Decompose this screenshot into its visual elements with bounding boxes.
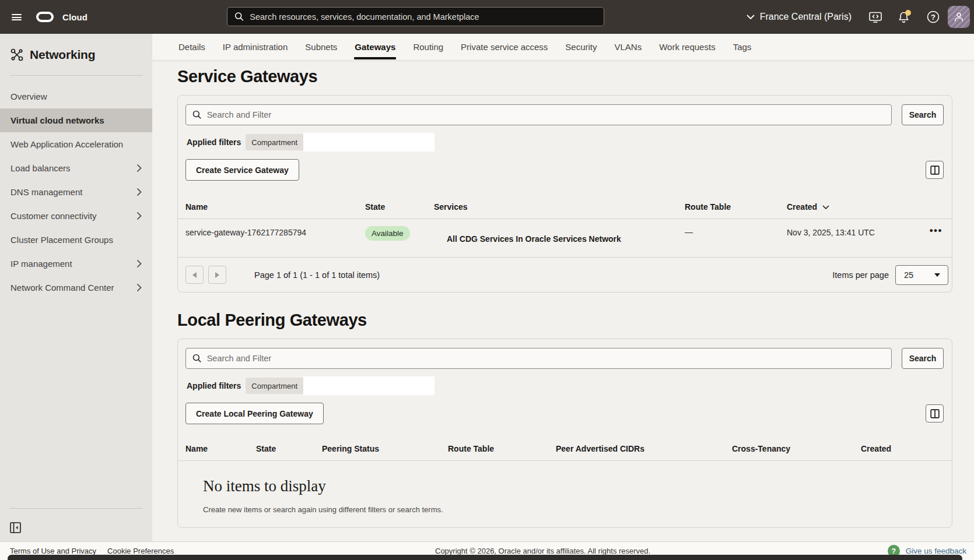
oracle-logo-icon[interactable]: [36, 12, 54, 22]
user-avatar[interactable]: [948, 6, 970, 28]
sidebar-item-load-balancers[interactable]: Load balancers: [0, 156, 152, 180]
empty-state-subtitle: Create new items or search again using d…: [203, 505, 952, 514]
status-badge: Available: [365, 226, 410, 241]
copyright: Copyright © 2026, Oracle and/or its affi…: [435, 547, 650, 555]
columns-icon: [930, 165, 940, 175]
table-row[interactable]: service-gateway-1762177285794 Available …: [178, 219, 952, 258]
global-search-input[interactable]: [250, 12, 597, 22]
lpg-col-peering-status[interactable]: Peering Status: [322, 444, 448, 453]
cookie-preferences-link[interactable]: Cookie Preferences: [107, 547, 174, 555]
sidebar-item-ip-management[interactable]: IP management: [0, 252, 152, 276]
sg-col-state[interactable]: State: [365, 202, 434, 212]
main-content: Service Gateways Search Applied filters …: [152, 60, 974, 541]
sg-search-input[interactable]: [207, 110, 885, 119]
lpg-col-route-table[interactable]: Route Table: [448, 444, 556, 453]
next-page-button[interactable]: [208, 266, 226, 284]
sidebar-item-virtual-cloud-networks[interactable]: Virtual cloud networks: [0, 108, 152, 132]
items-per-page-select[interactable]: 25: [895, 265, 948, 285]
caret-down-icon: [934, 273, 940, 277]
chevron-right-icon: [136, 283, 142, 292]
sg-col-services[interactable]: Services: [434, 202, 685, 212]
cloud-shell-icon[interactable]: [869, 12, 882, 23]
tab-details[interactable]: Details: [178, 34, 205, 60]
horizontal-scrollbar[interactable]: [8, 555, 962, 560]
service-gateways-card: Search Applied filters Compartment Creat…: [177, 95, 952, 293]
tab-routing[interactable]: Routing: [413, 34, 443, 60]
sg-applied-filters-label: Applied filters: [187, 138, 241, 147]
chevron-right-icon: [136, 259, 142, 268]
sg-col-route-table[interactable]: Route Table: [685, 202, 787, 212]
sg-search-button[interactable]: Search: [902, 104, 944, 125]
chevron-right-icon: [136, 188, 142, 196]
sg-row-route-table: —: [685, 219, 787, 257]
global-search[interactable]: [227, 7, 604, 26]
page-info: Page 1 of 1 (1 - 1 of 1 total items): [254, 270, 380, 280]
region-selector[interactable]: France Central (Paris): [747, 12, 852, 22]
divider: [10, 75, 142, 76]
sg-row-name: service-gateway-1762177285794: [178, 219, 365, 257]
terms-link[interactable]: Terms of Use and Privacy: [10, 547, 96, 555]
feedback-link[interactable]: Give us feedback: [906, 547, 966, 555]
lpg-search-input[interactable]: [207, 354, 885, 363]
chevron-right-icon: [136, 212, 142, 220]
sg-col-name[interactable]: Name: [178, 202, 365, 212]
columns-icon: [930, 409, 940, 418]
service-gateways-table: Name State Services Route Table Created …: [178, 198, 952, 292]
sg-row-services-link[interactable]: All CDG Services In Oracle Services Netw…: [434, 219, 685, 257]
tab-private-service-access[interactable]: Private service access: [461, 34, 548, 60]
local-peering-gateways-card: Search Applied filters Compartment Creat…: [177, 339, 952, 528]
sidebar-item-cluster-placement-groups[interactable]: Cluster Placement Groups: [0, 228, 152, 252]
lpg-compartment-filter-chip[interactable]: Compartment: [246, 378, 435, 394]
sidebar: Networking Overview Virtual cloud networ…: [0, 34, 152, 541]
divider: [10, 508, 142, 509]
search-icon: [192, 354, 202, 363]
sg-column-settings-button[interactable]: [926, 161, 944, 179]
tab-vlans[interactable]: VLANs: [615, 34, 642, 60]
local-peering-gateways-table: Name State Peering Status Route Table Pe…: [178, 439, 952, 527]
notification-dot: [905, 10, 911, 16]
tab-gateways[interactable]: Gateways: [355, 34, 395, 60]
tab-ip-administration[interactable]: IP administration: [223, 34, 288, 60]
sidebar-item-customer-connectivity[interactable]: Customer connectivity: [0, 204, 152, 228]
menu-icon[interactable]: [12, 14, 22, 20]
brand-label: Cloud: [62, 12, 87, 22]
service-gateways-title: Service Gateways: [177, 66, 952, 86]
lpg-search-box[interactable]: [185, 348, 892, 369]
networking-icon: [10, 48, 23, 61]
topbar: Cloud France Central (Paris) ?: [0, 0, 974, 34]
empty-state-title: No items to display: [203, 477, 952, 495]
lpg-search-button[interactable]: Search: [902, 348, 944, 369]
lpg-col-name[interactable]: Name: [178, 444, 256, 453]
sg-compartment-filter-value: [303, 133, 435, 152]
sg-compartment-filter-chip[interactable]: Compartment: [246, 134, 435, 150]
notifications-icon[interactable]: [899, 12, 909, 23]
sg-search-box[interactable]: [185, 104, 892, 125]
tab-work-requests[interactable]: Work requests: [659, 34, 715, 60]
lpg-col-created[interactable]: Created: [861, 444, 952, 453]
sg-col-created[interactable]: Created: [787, 202, 910, 212]
tab-security[interactable]: Security: [565, 34, 597, 60]
sidebar-item-dns-management[interactable]: DNS management: [0, 180, 152, 204]
create-service-gateway-button[interactable]: Create Service Gateway: [185, 159, 299, 181]
tab-tags[interactable]: Tags: [733, 34, 752, 60]
lpg-col-peer-advertised-cidrs[interactable]: Peer Advertised CIDRs: [556, 444, 732, 453]
lpg-col-cross-tenancy[interactable]: Cross-Tenancy: [732, 444, 861, 453]
local-peering-gateways-title: Local Peering Gateways: [177, 310, 952, 330]
row-actions-menu[interactable]: •••: [910, 219, 952, 257]
sidebar-item-web-application-acceleration[interactable]: Web Application Acceleration: [0, 132, 152, 156]
sidebar-item-overview[interactable]: Overview: [0, 84, 152, 108]
prev-page-button[interactable]: [185, 266, 204, 284]
tabbar: Details IP administration Subnets Gatewa…: [152, 34, 974, 60]
tab-subnets[interactable]: Subnets: [305, 34, 337, 60]
region-label: France Central (Paris): [760, 12, 852, 22]
lpg-col-state[interactable]: State: [256, 444, 322, 453]
help-icon[interactable]: ?: [927, 10, 940, 23]
create-local-peering-gateway-button[interactable]: Create Local Peering Gateway: [185, 403, 324, 424]
sg-row-created: Nov 3, 2025, 13:41 UTC: [787, 219, 910, 257]
collapse-sidebar-icon[interactable]: [10, 522, 21, 533]
search-icon: [234, 12, 244, 22]
lpg-applied-filters-label: Applied filters: [187, 381, 241, 390]
sidebar-item-network-command-center[interactable]: Network Command Center: [0, 276, 152, 300]
lpg-column-settings-button[interactable]: [926, 404, 944, 422]
sidebar-title: Networking: [30, 48, 95, 62]
